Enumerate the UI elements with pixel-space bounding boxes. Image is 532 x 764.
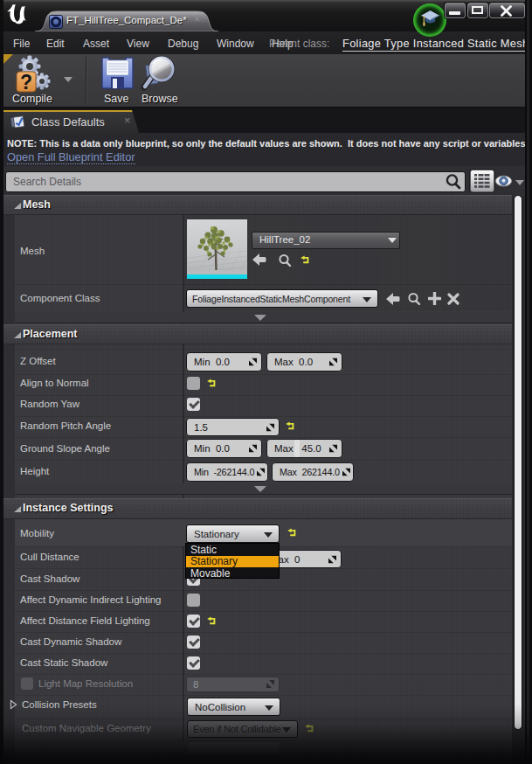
svg-text:?: ? <box>20 71 32 94</box>
